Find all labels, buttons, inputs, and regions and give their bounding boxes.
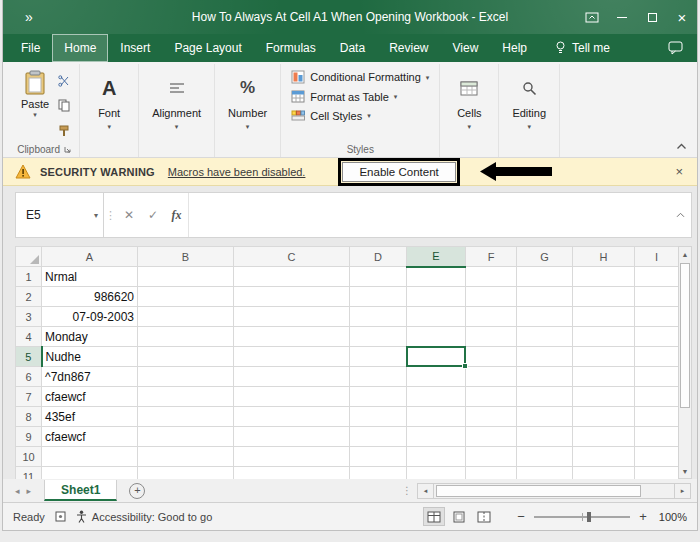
scroll-left-icon[interactable]: ◂: [417, 483, 434, 499]
col-header-C[interactable]: C: [234, 247, 350, 267]
cell-B2[interactable]: [138, 287, 234, 307]
cell-F2[interactable]: [466, 287, 517, 307]
accessibility-status[interactable]: Accessibility: Good to go: [76, 510, 212, 523]
col-header-B[interactable]: B: [138, 247, 234, 267]
cell-G11[interactable]: [517, 467, 573, 480]
cell-I4[interactable]: [635, 327, 679, 347]
cell-C5[interactable]: [234, 347, 350, 367]
cell-B1[interactable]: [138, 267, 234, 287]
cell-H5[interactable]: [573, 347, 635, 367]
col-header-I[interactable]: I: [635, 247, 679, 267]
row-header-4[interactable]: 4: [16, 327, 42, 347]
cell-D9[interactable]: [350, 427, 407, 447]
cell-E9[interactable]: [407, 427, 466, 447]
zoom-level[interactable]: 100%: [651, 511, 687, 523]
cell-A11[interactable]: [42, 467, 138, 480]
cell-A6[interactable]: ^7dn867: [42, 367, 138, 387]
cells-group-button[interactable]: Cells ▾: [445, 66, 493, 141]
zoom-in-button[interactable]: +: [635, 509, 651, 524]
minimize-button[interactable]: [607, 0, 637, 34]
cell-F3[interactable]: [466, 307, 517, 327]
name-box[interactable]: E5 ▾: [16, 193, 104, 237]
cell-G4[interactable]: [517, 327, 573, 347]
cell-C11[interactable]: [234, 467, 350, 480]
cell-G10[interactable]: [517, 447, 573, 467]
cell-H4[interactable]: [573, 327, 635, 347]
quick-access-toolbar-icon[interactable]: »: [25, 9, 32, 25]
cell-G7[interactable]: [517, 387, 573, 407]
cell-F7[interactable]: [466, 387, 517, 407]
col-header-A[interactable]: A: [42, 247, 138, 267]
enable-content-button[interactable]: Enable Content: [342, 162, 455, 182]
tab-insert[interactable]: Insert: [108, 34, 162, 62]
cell-I11[interactable]: [635, 467, 679, 480]
cell-C6[interactable]: [234, 367, 350, 387]
hscroll-splitter[interactable]: ⋮: [402, 485, 412, 496]
cell-E2[interactable]: [407, 287, 466, 307]
cell-A5[interactable]: Nudhe: [42, 347, 138, 367]
col-header-F[interactable]: F: [466, 247, 517, 267]
name-box-dropdown-icon[interactable]: ▾: [94, 211, 98, 220]
row-header-11[interactable]: 11: [16, 467, 42, 480]
cell-C4[interactable]: [234, 327, 350, 347]
paste-button[interactable]: Paste ▾: [14, 66, 56, 141]
cell-B8[interactable]: [138, 407, 234, 427]
formula-bar-splitter[interactable]: ⋮: [104, 193, 117, 237]
vertical-scroll-thumb[interactable]: [680, 263, 690, 408]
alignment-group-button[interactable]: Alignment ▾: [144, 66, 209, 141]
formula-bar-expand-icon[interactable]: [669, 193, 691, 237]
cell-D3[interactable]: [350, 307, 407, 327]
tell-me[interactable]: Tell me: [555, 41, 610, 55]
tab-view[interactable]: View: [441, 34, 491, 62]
row-header-10[interactable]: 10: [16, 447, 42, 467]
insert-function-button[interactable]: fx: [165, 193, 189, 237]
editing-group-button[interactable]: Editing ▾: [504, 66, 554, 141]
sheet-nav-left-icon[interactable]: ◂: [15, 486, 20, 496]
cell-D10[interactable]: [350, 447, 407, 467]
horizontal-scroll-thumb[interactable]: [436, 485, 641, 497]
horizontal-scrollbar[interactable]: [434, 483, 674, 499]
copy-button[interactable]: [58, 98, 70, 116]
cell-styles-button[interactable]: Cell Styles ▾: [286, 107, 434, 124]
cell-I1[interactable]: [635, 267, 679, 287]
tab-formulas[interactable]: Formulas: [254, 34, 328, 62]
col-header-H[interactable]: H: [573, 247, 635, 267]
cell-H8[interactable]: [573, 407, 635, 427]
cell-I2[interactable]: [635, 287, 679, 307]
cell-I8[interactable]: [635, 407, 679, 427]
row-header-8[interactable]: 8: [16, 407, 42, 427]
maximize-button[interactable]: [637, 0, 667, 34]
cell-G6[interactable]: [517, 367, 573, 387]
cell-A8[interactable]: 435ef: [42, 407, 138, 427]
cell-D2[interactable]: [350, 287, 407, 307]
cell-D6[interactable]: [350, 367, 407, 387]
cell-H11[interactable]: [573, 467, 635, 480]
cell-H6[interactable]: [573, 367, 635, 387]
cell-E10[interactable]: [407, 447, 466, 467]
cell-G3[interactable]: [517, 307, 573, 327]
cell-F1[interactable]: [466, 267, 517, 287]
cell-B5[interactable]: [138, 347, 234, 367]
cell-E11[interactable]: [407, 467, 466, 480]
cell-G2[interactable]: [517, 287, 573, 307]
macros-disabled-link[interactable]: Macros have been disabled.: [168, 166, 306, 178]
enter-button[interactable]: ✓: [141, 193, 165, 237]
cell-I5[interactable]: [635, 347, 679, 367]
zoom-slider[interactable]: [534, 516, 630, 518]
cell-B9[interactable]: [138, 427, 234, 447]
cell-H2[interactable]: [573, 287, 635, 307]
cell-I7[interactable]: [635, 387, 679, 407]
cell-F6[interactable]: [466, 367, 517, 387]
cell-B4[interactable]: [138, 327, 234, 347]
cell-E3[interactable]: [407, 307, 466, 327]
formula-input[interactable]: [189, 193, 669, 237]
cell-G9[interactable]: [517, 427, 573, 447]
cell-F9[interactable]: [466, 427, 517, 447]
cell-F11[interactable]: [466, 467, 517, 480]
close-button[interactable]: ×: [667, 0, 697, 34]
sheet-tab-sheet1[interactable]: Sheet1: [44, 480, 117, 501]
record-macro-button[interactable]: [55, 511, 66, 522]
zoom-out-button[interactable]: −: [513, 509, 529, 524]
tab-page-layout[interactable]: Page Layout: [162, 34, 253, 62]
tab-help[interactable]: Help: [490, 34, 539, 62]
